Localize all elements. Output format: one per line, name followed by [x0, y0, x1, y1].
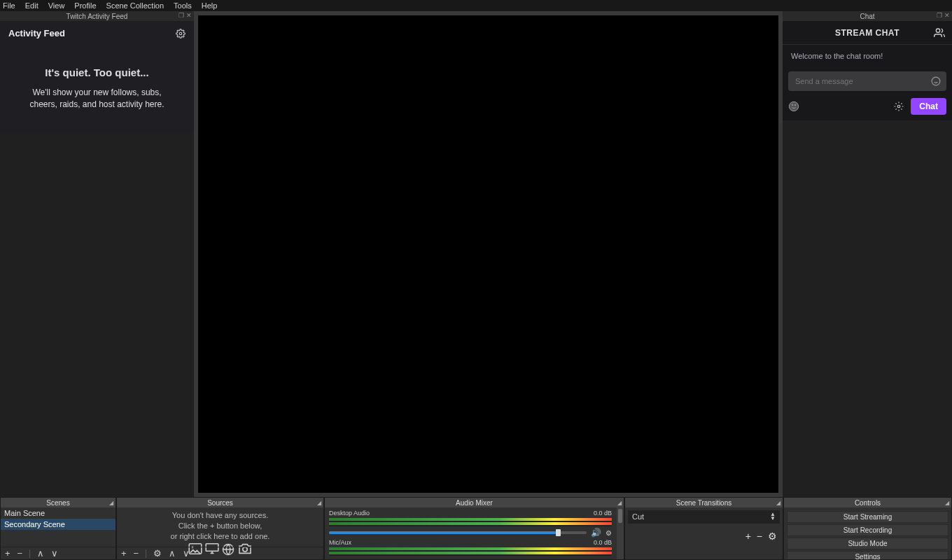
svg-point-8 — [898, 105, 901, 108]
settings-button[interactable]: Settings — [787, 551, 948, 559]
transitions-title: Scene Transitions — [676, 499, 732, 507]
chat-welcome: Welcome to the chat room! — [791, 52, 883, 60]
move-down-icon[interactable]: ∨ — [183, 549, 190, 558]
gear-icon[interactable] — [176, 29, 186, 38]
chat-dock-undock-icon[interactable]: ❐ — [936, 12, 943, 19]
transitions-panel: Scene Transitions◢ Cut ▲▼ + − ⚙ — [624, 497, 783, 560]
menu-profile[interactable]: Profile — [74, 1, 96, 10]
mixer-grip-icon[interactable]: ◢ — [617, 500, 622, 506]
scrollbar[interactable] — [617, 507, 624, 559]
activity-empty-line1: We'll show your new follows, subs, — [32, 88, 161, 97]
sources-title: Sources — [207, 499, 233, 507]
dropdown-stepper-icon[interactable]: ▲▼ — [770, 512, 776, 522]
chat-settings-icon[interactable] — [894, 102, 904, 111]
chat-input[interactable] — [788, 71, 946, 91]
speaker-icon[interactable]: 🔊 — [591, 528, 601, 538]
source-settings-icon[interactable]: ⚙ — [153, 549, 162, 558]
track-settings-icon[interactable]: ⚙ — [606, 529, 612, 537]
svg-point-0 — [179, 32, 182, 35]
transition-settings-icon[interactable]: ⚙ — [768, 531, 777, 542]
mixer-title: Audio Mixer — [456, 499, 493, 507]
sources-empty-line2: Click the + button below, — [122, 521, 318, 531]
activity-dock-title: Twitch Activity Feed ❐ ✕ — [0, 11, 194, 21]
emoticon-icon[interactable] — [931, 76, 941, 86]
start-recording-button[interactable]: Start Recording — [787, 524, 948, 536]
scenes-grip-icon[interactable]: ◢ — [109, 500, 113, 506]
remove-icon[interactable]: − — [134, 549, 139, 558]
svg-point-1 — [936, 29, 939, 32]
move-up-icon[interactable]: ∧ — [169, 549, 176, 558]
menu-file[interactable]: File — [3, 1, 15, 10]
menu-scene-collection[interactable]: Scene Collection — [106, 1, 164, 10]
users-icon[interactable] — [934, 27, 945, 38]
menu-bar: File Edit View Profile Scene Collection … — [0, 0, 952, 11]
preview-canvas[interactable] — [198, 15, 778, 493]
activity-dock-label: Twitch Activity Feed — [66, 13, 128, 20]
svg-point-6 — [792, 104, 792, 105]
svg-point-7 — [794, 104, 795, 105]
mixer-track-db: 0.0 dB — [594, 510, 612, 517]
svg-point-2 — [932, 77, 940, 85]
chat-dock-label: Chat — [860, 13, 874, 20]
activity-empty-title: It's quiet. Too quiet... — [20, 66, 174, 78]
svg-point-5 — [789, 102, 798, 111]
sources-grip-icon[interactable]: ◢ — [317, 500, 321, 506]
scenes-title: Scenes — [46, 499, 69, 507]
mixer-track-name: Mic/Aux — [329, 539, 351, 546]
remove-icon[interactable]: − — [18, 549, 23, 558]
controls-title: Controls — [855, 499, 881, 507]
controls-panel: Controls◢ Start Streaming Start Recordin… — [783, 497, 952, 560]
menu-edit[interactable]: Edit — [25, 1, 38, 10]
move-down-icon[interactable]: ∨ — [51, 549, 58, 558]
menu-tools[interactable]: Tools — [174, 1, 192, 10]
chat-panel: STREAM CHAT Welcome to the chat room! — [783, 21, 952, 120]
chat-send-button[interactable]: Chat — [911, 98, 946, 115]
controls-grip-icon[interactable]: ◢ — [945, 500, 949, 506]
activity-dock-undock-icon[interactable]: ❐ — [178, 12, 185, 19]
move-up-icon[interactable]: ∧ — [37, 549, 44, 558]
volume-slider[interactable] — [329, 531, 587, 534]
chat-dock-close-icon[interactable]: ✕ — [944, 12, 951, 19]
studio-mode-button[interactable]: Studio Mode — [787, 538, 948, 550]
menu-help[interactable]: Help — [202, 1, 218, 10]
start-streaming-button[interactable]: Start Streaming — [787, 511, 948, 523]
sources-panel: Sources◢ You don't have any sources. Cli… — [116, 497, 324, 560]
audio-mixer-panel: Audio Mixer◢ Desktop Audio 0.0 dB 🔊 ⚙ — [324, 497, 624, 560]
menu-view[interactable]: View — [48, 1, 65, 10]
smiley-icon[interactable] — [788, 101, 799, 112]
add-icon[interactable]: + — [746, 531, 751, 542]
chat-dock-title: Chat ❐ ✕ — [783, 11, 952, 21]
activity-empty-line2: cheers, raids, and host activity here. — [29, 99, 164, 109]
scene-item[interactable]: Main Scene — [1, 507, 115, 519]
add-icon[interactable]: + — [5, 549, 10, 558]
sources-empty-line1: You don't have any sources. — [122, 510, 318, 521]
audio-meter — [329, 518, 612, 526]
activity-dock-close-icon[interactable]: ✕ — [186, 12, 192, 19]
mixer-track-name: Desktop Audio — [329, 510, 370, 517]
audio-meter — [329, 547, 612, 556]
sources-empty-line3: or right click here to add one. — [122, 531, 318, 542]
activity-feed-heading: Activity Feed — [8, 28, 65, 38]
remove-icon[interactable]: − — [757, 531, 762, 542]
mixer-track-db: 0.0 dB — [594, 539, 612, 546]
scene-item[interactable]: Secondary Scene — [1, 519, 115, 530]
add-icon[interactable]: + — [121, 549, 127, 558]
transitions-grip-icon[interactable]: ◢ — [776, 500, 780, 506]
scenes-panel: Scenes◢ Main Scene Secondary Scene + − ∧… — [0, 497, 116, 560]
preview-area[interactable] — [194, 11, 783, 497]
activity-feed-panel: Activity Feed It's quiet. Too quiet... W… — [0, 21, 194, 132]
transition-selected-value: Cut — [632, 512, 644, 521]
chat-heading: STREAM CHAT — [835, 28, 899, 38]
transition-select[interactable]: Cut ▲▼ — [628, 510, 780, 524]
